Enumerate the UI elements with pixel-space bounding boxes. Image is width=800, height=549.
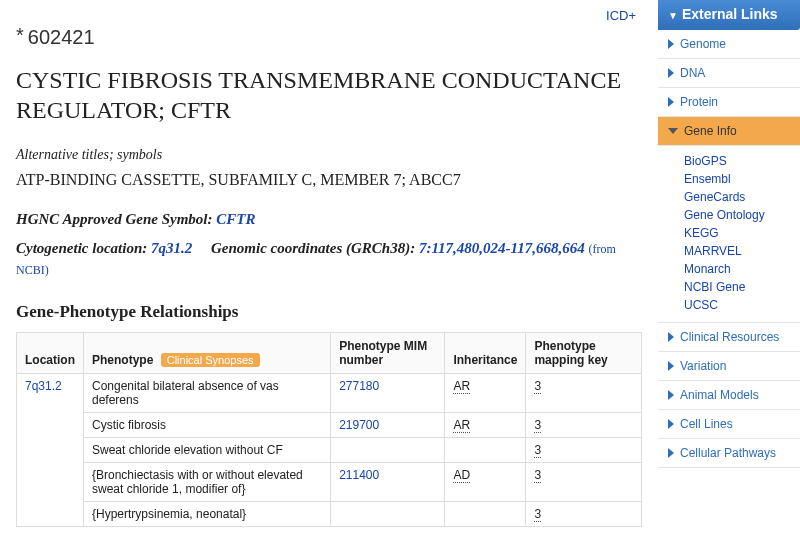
inheritance-cell [445, 502, 526, 527]
col-mim: Phenotype MIM number [331, 333, 445, 374]
phenotype-cell: Congenital bilateral absence of vas defe… [84, 374, 331, 413]
genomic-link[interactable]: 7:117,480,024-117,668,664 [419, 240, 585, 256]
sidebar-sublink-gene-ontology[interactable]: Gene Ontology [684, 206, 800, 224]
inheritance-value[interactable]: AR [453, 418, 470, 433]
mapping-key-value[interactable]: 3 [534, 418, 541, 433]
chevron-right-icon [668, 448, 674, 458]
col-mapping-key: Phenotype mapping key [526, 333, 642, 374]
mim-link[interactable]: 277180 [339, 379, 379, 393]
table-row: {Bronchiectasis with or without elevated… [17, 463, 642, 502]
main-content: ICD+ *602421 CYSTIC FIBROSIS TRANSMEMBRA… [0, 0, 658, 549]
sidebar-item-genome[interactable]: Genome [658, 30, 800, 59]
sidebar-item-label: Cell Lines [680, 417, 733, 431]
chevron-right-icon [668, 361, 674, 371]
chevron-right-icon [668, 332, 674, 342]
sidebar-sublink-ncbi-gene[interactable]: NCBI Gene [684, 278, 800, 296]
sidebar-item-label: Cellular Pathways [680, 446, 776, 460]
table-row: Cystic fibrosis 219700 AR 3 [17, 413, 642, 438]
chevron-right-icon [668, 97, 674, 107]
chevron-down-icon [668, 128, 678, 134]
mim-number-value: 602421 [28, 26, 95, 48]
alt-titles-heading: Alternative titles; symbols [16, 147, 642, 163]
sidebar-item-cell-lines[interactable]: Cell Lines [658, 410, 800, 439]
sidebar-sublink-biogps[interactable]: BioGPS [684, 152, 800, 170]
genomic-label: Genomic coordinates (GRCh38): [211, 240, 415, 256]
sidebar: ▼External Links GenomeDNAProteinGene Inf… [658, 0, 800, 549]
sidebar-sublink-genecards[interactable]: GeneCards [684, 188, 800, 206]
mim-cell [331, 502, 445, 527]
sidebar-sublink-ucsc[interactable]: UCSC [684, 296, 800, 314]
chevron-right-icon [668, 390, 674, 400]
sidebar-item-label: Clinical Resources [680, 330, 779, 344]
sidebar-item-clinical-resources[interactable]: Clinical Resources [658, 323, 800, 352]
icd-link[interactable]: ICD+ [606, 8, 636, 23]
mapping-key-value[interactable]: 3 [534, 379, 541, 394]
mim-link[interactable]: 219700 [339, 418, 379, 432]
inheritance-value[interactable]: AR [453, 379, 470, 394]
sidebar-item-dna[interactable]: DNA [658, 59, 800, 88]
page-title: CYSTIC FIBROSIS TRANSMEMBRANE CONDUCTANC… [16, 65, 642, 125]
mim-link[interactable]: 211400 [339, 468, 379, 482]
phenotype-cell: Sweat chloride elevation without CF [84, 438, 331, 463]
mapping-key-value[interactable]: 3 [534, 443, 541, 458]
inheritance-cell [445, 438, 526, 463]
clinical-synopses-badge[interactable]: Clinical Synopses [161, 353, 260, 367]
mapping-key-value[interactable]: 3 [534, 468, 541, 483]
sidebar-item-label: Genome [680, 37, 726, 51]
sidebar-item-variation[interactable]: Variation [658, 352, 800, 381]
inheritance-value[interactable]: AD [453, 468, 470, 483]
chevron-right-icon [668, 39, 674, 49]
location-line: Cytogenetic location: 7q31.2 Genomic coo… [16, 238, 642, 280]
chevron-right-icon [668, 68, 674, 78]
chevron-down-icon: ▼ [668, 10, 678, 21]
mim-cell [331, 438, 445, 463]
sidebar-item-gene-info[interactable]: Gene Info [658, 117, 800, 146]
cyto-link[interactable]: 7q31.2 [151, 240, 192, 256]
sidebar-sublink-marrvel[interactable]: MARRVEL [684, 242, 800, 260]
chevron-right-icon [668, 419, 674, 429]
mim-number: *602421 [16, 26, 642, 49]
phenotype-cell: {Bronchiectasis with or without elevated… [84, 463, 331, 502]
phenotype-cell: Cystic fibrosis [84, 413, 331, 438]
sidebar-item-protein[interactable]: Protein [658, 88, 800, 117]
location-link[interactable]: 7q31.2 [25, 379, 62, 393]
sidebar-item-cellular-pathways[interactable]: Cellular Pathways [658, 439, 800, 468]
table-row: Sweat chloride elevation without CF 3 [17, 438, 642, 463]
sidebar-sublink-monarch[interactable]: Monarch [684, 260, 800, 278]
cyto-label: Cytogenetic location: [16, 240, 147, 256]
sidebar-item-animal-models[interactable]: Animal Models [658, 381, 800, 410]
hgnc-symbol-link[interactable]: CFTR [216, 211, 255, 227]
mim-prefix: * [16, 24, 24, 46]
sidebar-sublink-kegg[interactable]: KEGG [684, 224, 800, 242]
sidebar-item-label: Gene Info [684, 124, 737, 138]
sidebar-header-label: External Links [682, 6, 778, 22]
table-row: {Hypertrypsinemia, neonatal} 3 [17, 502, 642, 527]
hgnc-line: HGNC Approved Gene Symbol: CFTR [16, 211, 642, 228]
sidebar-item-label: Protein [680, 95, 718, 109]
sidebar-sublink-ensembl[interactable]: Ensembl [684, 170, 800, 188]
hgnc-label: HGNC Approved Gene Symbol: [16, 211, 213, 227]
col-phenotype: Phenotype Clinical Synopses [84, 333, 331, 374]
phenotype-cell: {Hypertrypsinemia, neonatal} [84, 502, 331, 527]
table-row: 7q31.2 Congenital bilateral absence of v… [17, 374, 642, 413]
sidebar-header[interactable]: ▼External Links [658, 0, 800, 30]
phenotype-table: Location Phenotype Clinical Synopses Phe… [16, 332, 642, 527]
sidebar-item-label: Animal Models [680, 388, 759, 402]
sidebar-item-label: DNA [680, 66, 705, 80]
col-location: Location [17, 333, 84, 374]
col-phenotype-label: Phenotype [92, 353, 153, 367]
sidebar-sublist: BioGPSEnsemblGeneCardsGene OntologyKEGGM… [658, 146, 800, 323]
col-inheritance: Inheritance [445, 333, 526, 374]
table-header-row: Location Phenotype Clinical Synopses Phe… [17, 333, 642, 374]
alt-titles-body: ATP-BINDING CASSETTE, SUBFAMILY C, MEMBE… [16, 171, 642, 189]
mapping-key-value[interactable]: 3 [534, 507, 541, 522]
section-heading: Gene-Phenotype Relationships [16, 302, 642, 322]
top-link-row: ICD+ [16, 8, 642, 24]
sidebar-item-label: Variation [680, 359, 726, 373]
